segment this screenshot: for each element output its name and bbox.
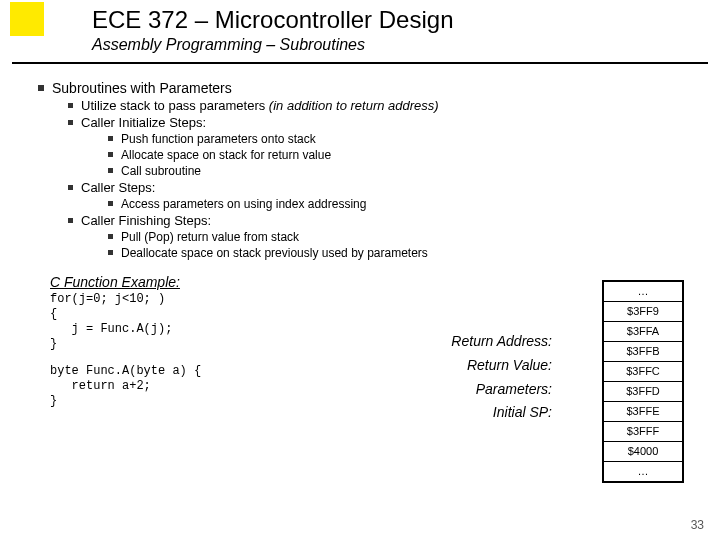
text: Utilize stack to pass parameters: [81, 98, 269, 113]
stack-cell: …: [604, 462, 682, 481]
bullet-level2: Utilize stack to pass parameters (in add…: [16, 98, 576, 113]
stack-labels: Return Address: Return Value: Parameters…: [382, 330, 552, 425]
bullet-level3: Access parameters on using index address…: [16, 197, 576, 211]
text: Allocate space on stack for return value: [121, 148, 331, 162]
bullet-level2: Caller Finishing Steps:: [16, 213, 576, 228]
bullet-icon: [68, 103, 73, 108]
bullet-icon: [108, 234, 113, 239]
bullet-icon: [108, 201, 113, 206]
bullet-icon: [68, 120, 73, 125]
text: Call subroutine: [121, 164, 201, 178]
stack-cell: $3FFA: [604, 322, 682, 342]
slide-title: ECE 372 – Microcontroller Design: [92, 6, 720, 34]
text: Deallocate space on stack previously use…: [121, 246, 428, 260]
heading-text: Subroutines with Parameters: [52, 80, 232, 96]
text: Pull (Pop) return value from stack: [121, 230, 299, 244]
stack-cell: $3FFC: [604, 362, 682, 382]
bullet-level2: Caller Initialize Steps:: [16, 115, 576, 130]
stack-cell: $4000: [604, 442, 682, 462]
bullet-level3: Pull (Pop) return value from stack: [16, 230, 576, 244]
slide: ECE 372 – Microcontroller Design Assembl…: [0, 0, 720, 540]
slide-subtitle: Assembly Programming – Subroutines: [92, 36, 720, 54]
header-rule: [12, 62, 708, 64]
text: Access parameters on using index address…: [121, 197, 366, 211]
label-initial-sp: Initial SP:: [382, 401, 552, 425]
label-return-value: Return Value:: [382, 354, 552, 378]
stack-cell: $3FFF: [604, 422, 682, 442]
bullet-level1: Subroutines with Parameters: [16, 80, 576, 96]
stack-diagram: … $3FF9 $3FFA $3FFB $3FFC $3FFD $3FFE $3…: [602, 280, 684, 483]
text: Push function parameters onto stack: [121, 132, 316, 146]
page-number: 33: [691, 518, 704, 532]
bullet-level3: Push function parameters onto stack: [16, 132, 576, 146]
text: Caller Finishing Steps:: [81, 213, 211, 228]
bullet-level3: Call subroutine: [16, 164, 576, 178]
text: Caller Steps:: [81, 180, 155, 195]
bullet-icon: [108, 152, 113, 157]
bullet-icon: [68, 218, 73, 223]
stack-cell: $3FFD: [604, 382, 682, 402]
bullet-icon: [108, 250, 113, 255]
text: Caller Initialize Steps:: [81, 115, 206, 130]
bullet-icon: [108, 136, 113, 141]
slide-header: ECE 372 – Microcontroller Design Assembl…: [0, 6, 720, 54]
bullet-level3: Deallocate space on stack previously use…: [16, 246, 576, 260]
stack-cell: $3FF9: [604, 302, 682, 322]
example-title: C Function Example:: [50, 274, 576, 290]
stack-cell: $3FFB: [604, 342, 682, 362]
label-return-address: Return Address:: [382, 330, 552, 354]
bullet-level2: Caller Steps:: [16, 180, 576, 195]
bullet-icon: [68, 185, 73, 190]
bullet-icon: [38, 85, 44, 91]
stack-cell: …: [604, 282, 682, 302]
label-parameters: Parameters:: [382, 378, 552, 402]
stack-cell: $3FFE: [604, 402, 682, 422]
bullet-icon: [108, 168, 113, 173]
text-italic: (in addition to return address): [269, 98, 439, 113]
bullet-level3: Allocate space on stack for return value: [16, 148, 576, 162]
